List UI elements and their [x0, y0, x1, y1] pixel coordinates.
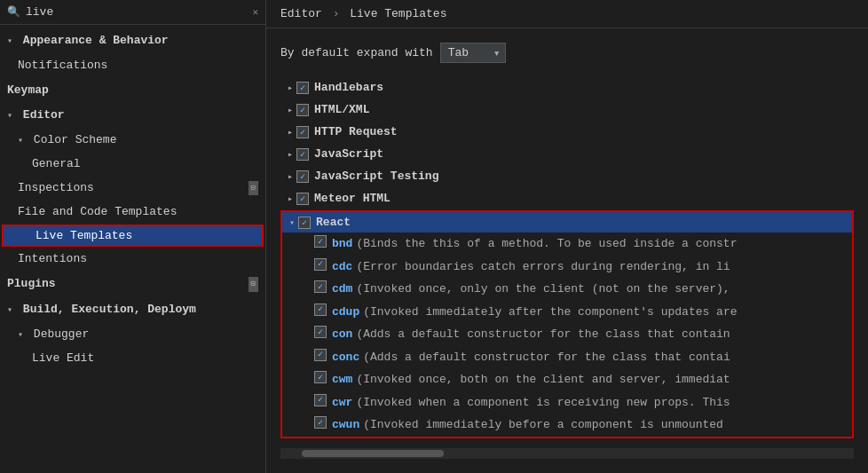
arrow-icon	[7, 304, 12, 318]
template-group-http-request: HTTP Request	[280, 122, 854, 142]
clear-icon[interactable]: ✕	[252, 6, 258, 18]
sidebar-item-plugins[interactable]: Plugins ⊟	[0, 272, 265, 297]
sidebar-item-file-code-templates[interactable]: File and Code Templates	[0, 201, 265, 225]
template-group-react: React bnd (Binds the this of a method. T…	[280, 210, 854, 438]
template-group-header-meteor-html[interactable]: Meteor HTML	[280, 188, 854, 209]
group-label: React	[316, 216, 351, 229]
sidebar-item-live-templates[interactable]: Live Templates	[2, 225, 264, 247]
search-input[interactable]	[26, 5, 247, 19]
sidebar-item-keymap[interactable]: Keymap	[0, 78, 265, 104]
horizontal-scrollbar-area	[280, 448, 854, 459]
arrow-icon	[18, 134, 23, 148]
collapse-icon	[288, 127, 293, 138]
template-desc: (Binds the this of a method. To be used …	[356, 235, 737, 253]
main-content: Editor › Live Templates By default expan…	[266, 0, 868, 473]
checkbox-bnd[interactable]	[314, 235, 327, 248]
template-item-con[interactable]: con (Adds a default constructor for the …	[282, 323, 852, 346]
collapse-icon	[288, 105, 293, 115]
breadcrumb-live-templates: Live Templates	[350, 7, 446, 20]
arrow-icon	[7, 35, 12, 49]
horizontal-scrollbar[interactable]	[302, 450, 444, 457]
checkbox-conc[interactable]	[314, 349, 327, 361]
arrow-icon	[7, 109, 12, 123]
template-name: cdc	[332, 258, 352, 276]
inspections-icon: ⊟	[249, 181, 258, 195]
template-group-header-javascript[interactable]: JavaScript	[280, 144, 854, 164]
expand-label: By default expand with	[280, 46, 433, 59]
checkbox-javascript[interactable]	[296, 148, 309, 161]
breadcrumb-separator: ›	[333, 7, 347, 20]
collapse-icon	[288, 149, 293, 160]
sidebar-item-debugger[interactable]: Debugger	[0, 323, 265, 347]
group-label: JavaScript Testing	[314, 169, 438, 183]
sidebar-item-appearance[interactable]: Appearance & Behavior	[0, 28, 265, 54]
template-desc: (Invoked immediately before a component …	[363, 416, 723, 434]
template-group-html-xml: HTML/XML	[280, 99, 854, 120]
checkbox-cdm[interactable]	[314, 280, 327, 293]
checkbox-javascript-testing[interactable]	[296, 170, 309, 183]
sidebar-content: Appearance & Behavior Notifications Keym…	[0, 25, 265, 473]
template-desc: (Error boundaries catch errors during re…	[356, 258, 730, 276]
collapse-icon	[289, 217, 295, 228]
breadcrumb-editor: Editor	[280, 7, 322, 20]
collapse-icon	[288, 193, 293, 204]
template-item-cdc[interactable]: cdc (Error boundaries catch errors durin…	[282, 256, 852, 279]
checkbox-cwr[interactable]	[314, 394, 327, 406]
template-group-header-javascript-testing[interactable]: JavaScript Testing	[280, 166, 854, 186]
checkbox-cwm[interactable]	[314, 371, 327, 383]
sidebar-item-editor[interactable]: Editor	[0, 103, 265, 129]
group-label: Handlebars	[314, 81, 383, 94]
template-group-handlebars: Handlebars	[280, 77, 854, 98]
template-name: cwun	[332, 416, 359, 434]
checkbox-html-xml[interactable]	[296, 104, 309, 116]
group-label: HTML/XML	[314, 103, 369, 116]
template-desc: (Invoked immediately after the component…	[363, 304, 737, 321]
template-item-cwr[interactable]: cwr (Invoked when a component is receivi…	[282, 391, 852, 414]
template-item-bnd[interactable]: bnd (Binds the this of a method. To be u…	[282, 233, 852, 256]
sidebar-item-general[interactable]: General	[0, 153, 265, 177]
template-desc: (Adds a default constructor for the clas…	[363, 349, 730, 367]
template-item-cdup[interactable]: cdup (Invoked immediately after the comp…	[282, 301, 852, 324]
checkbox-http-request[interactable]	[296, 126, 309, 138]
checkbox-cdc[interactable]	[314, 258, 327, 271]
checkbox-cwun[interactable]	[314, 416, 327, 429]
checkbox-meteor-html[interactable]	[296, 193, 309, 205]
sidebar-item-build[interactable]: Build, Execution, Deploym	[0, 297, 265, 323]
template-name: conc	[332, 349, 359, 367]
checkbox-cdup[interactable]	[314, 304, 327, 316]
group-label: HTTP Request	[314, 125, 398, 138]
checkbox-handlebars[interactable]	[296, 82, 309, 94]
sidebar-item-live-edit[interactable]: Live Edit	[0, 347, 265, 371]
template-group-header-http-request[interactable]: HTTP Request	[280, 122, 854, 142]
sidebar-item-color-scheme[interactable]: Color Scheme	[0, 129, 265, 153]
template-item-cdm[interactable]: cdm (Invoked once, only on the client (n…	[282, 278, 852, 301]
sidebar-item-inspections[interactable]: Inspections ⊟	[0, 177, 265, 201]
sidebar: 🔍 ✕ Appearance & Behavior Notifications …	[0, 0, 266, 473]
template-group-meteor-html: Meteor HTML	[280, 188, 854, 209]
template-name: con	[332, 326, 352, 343]
checkbox-con[interactable]	[314, 326, 327, 338]
template-name: cwm	[332, 371, 352, 389]
template-desc: (Invoked when a component is receiving n…	[356, 394, 730, 412]
template-desc: (Adds a default constructor for the clas…	[356, 326, 730, 343]
template-group-javascript: JavaScript	[280, 144, 854, 164]
arrow-icon	[18, 328, 23, 343]
template-name: bnd	[332, 235, 352, 253]
template-group-header-react[interactable]: React	[282, 212, 852, 233]
search-icon: 🔍	[7, 5, 20, 19]
template-item-cwun[interactable]: cwun (Invoked immediately before a compo…	[282, 414, 852, 437]
template-desc: (Invoked once, only on the client (not o…	[356, 280, 730, 298]
template-item-conc[interactable]: conc (Adds a default constructor for the…	[282, 346, 852, 369]
checkbox-react[interactable]	[298, 217, 311, 229]
sidebar-item-notifications[interactable]: Notifications	[0, 54, 265, 78]
template-group-header-html-xml[interactable]: HTML/XML	[280, 99, 854, 120]
dropdown-wrapper: Tab Space Enter	[440, 43, 506, 63]
expand-dropdown[interactable]: Tab Space Enter	[440, 43, 506, 63]
sidebar-item-intentions[interactable]: Intentions	[0, 248, 265, 272]
template-name: cdm	[332, 280, 352, 298]
template-name: cdup	[332, 304, 359, 321]
group-label: Meteor HTML	[314, 192, 391, 205]
template-group-header-handlebars[interactable]: Handlebars	[280, 77, 854, 98]
template-item-cwm[interactable]: cwm (Invoked once, both on the client an…	[282, 368, 852, 391]
main-body: By default expand with Tab Space Enter H…	[266, 28, 868, 473]
